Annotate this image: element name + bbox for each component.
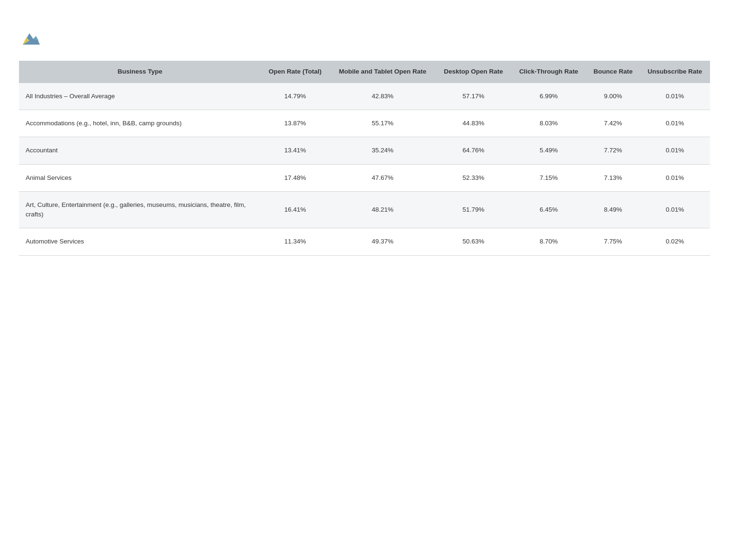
col-header-mobile-tablet: Mobile and Tablet Open Rate bbox=[329, 61, 436, 83]
cell-value: 0.01% bbox=[640, 191, 710, 228]
cell-value: 44.83% bbox=[436, 110, 511, 137]
cell-business-type: Accountant bbox=[19, 137, 261, 164]
cell-value: 6.99% bbox=[511, 83, 587, 110]
cell-value: 8.70% bbox=[511, 228, 587, 255]
industry-comparison-table: Business Type Open Rate (Total) Mobile a… bbox=[19, 61, 710, 256]
cell-value: 6.45% bbox=[511, 191, 587, 228]
cell-value: 35.24% bbox=[329, 137, 436, 164]
cell-business-type: Automotive Services bbox=[19, 228, 261, 255]
cell-value: 8.03% bbox=[511, 110, 587, 137]
table-row: Automotive Services11.34%49.37%50.63%8.7… bbox=[19, 228, 710, 255]
cell-value: 0.01% bbox=[640, 164, 710, 191]
cell-value: 47.67% bbox=[329, 164, 436, 191]
cell-business-type: All Industries – Overall Average bbox=[19, 83, 261, 110]
cell-value: 13.41% bbox=[261, 137, 329, 164]
col-header-desktop-open-rate: Desktop Open Rate bbox=[436, 61, 511, 83]
cell-value: 7.72% bbox=[586, 137, 640, 164]
table-header-row: Business Type Open Rate (Total) Mobile a… bbox=[19, 61, 710, 83]
cell-value: 0.01% bbox=[640, 137, 710, 164]
cell-value: 8.49% bbox=[586, 191, 640, 228]
cell-value: 64.76% bbox=[436, 137, 511, 164]
cell-value: 16.41% bbox=[261, 191, 329, 228]
table-row: Accountant13.41%35.24%64.76%5.49%7.72%0.… bbox=[19, 137, 710, 164]
cell-value: 52.33% bbox=[436, 164, 511, 191]
col-header-open-rate-total: Open Rate (Total) bbox=[261, 61, 329, 83]
cell-value: 11.34% bbox=[261, 228, 329, 255]
cell-value: 7.42% bbox=[586, 110, 640, 137]
col-header-unsubscribe-rate: Unsubscribe Rate bbox=[640, 61, 710, 83]
cell-value: 55.17% bbox=[329, 110, 436, 137]
cell-business-type: Accommodations (e.g., hotel, inn, B&B, c… bbox=[19, 110, 261, 137]
cell-value: 7.13% bbox=[586, 164, 640, 191]
cell-value: 7.15% bbox=[511, 164, 587, 191]
cell-value: 13.87% bbox=[261, 110, 329, 137]
cell-value: 49.37% bbox=[329, 228, 436, 255]
cell-value: 17.48% bbox=[261, 164, 329, 191]
cell-value: 42.83% bbox=[329, 83, 436, 110]
cell-value: 0.02% bbox=[640, 228, 710, 255]
cell-value: 48.21% bbox=[329, 191, 436, 228]
cell-value: 50.63% bbox=[436, 228, 511, 255]
info-icon bbox=[21, 27, 42, 47]
cell-value: 9.00% bbox=[586, 83, 640, 110]
cell-value: 57.17% bbox=[436, 83, 511, 110]
col-header-click-through: Click-Through Rate bbox=[511, 61, 587, 83]
table-row: Animal Services17.48%47.67%52.33%7.15%7.… bbox=[19, 164, 710, 191]
col-header-bounce-rate: Bounce Rate bbox=[586, 61, 640, 83]
cell-value: 5.49% bbox=[511, 137, 587, 164]
cell-value: 51.79% bbox=[436, 191, 511, 228]
info-box bbox=[19, 26, 710, 47]
cell-value: 0.01% bbox=[640, 83, 710, 110]
cell-business-type: Art, Culture, Entertainment (e.g., galle… bbox=[19, 191, 261, 228]
table-row: Accommodations (e.g., hotel, inn, B&B, c… bbox=[19, 110, 710, 137]
cell-business-type: Animal Services bbox=[19, 164, 261, 191]
col-header-business-type: Business Type bbox=[19, 61, 261, 83]
table-row: All Industries – Overall Average14.79%42… bbox=[19, 83, 710, 110]
cell-value: 7.75% bbox=[586, 228, 640, 255]
table-row: Art, Culture, Entertainment (e.g., galle… bbox=[19, 191, 710, 228]
cell-value: 0.01% bbox=[640, 110, 710, 137]
cell-value: 14.79% bbox=[261, 83, 329, 110]
